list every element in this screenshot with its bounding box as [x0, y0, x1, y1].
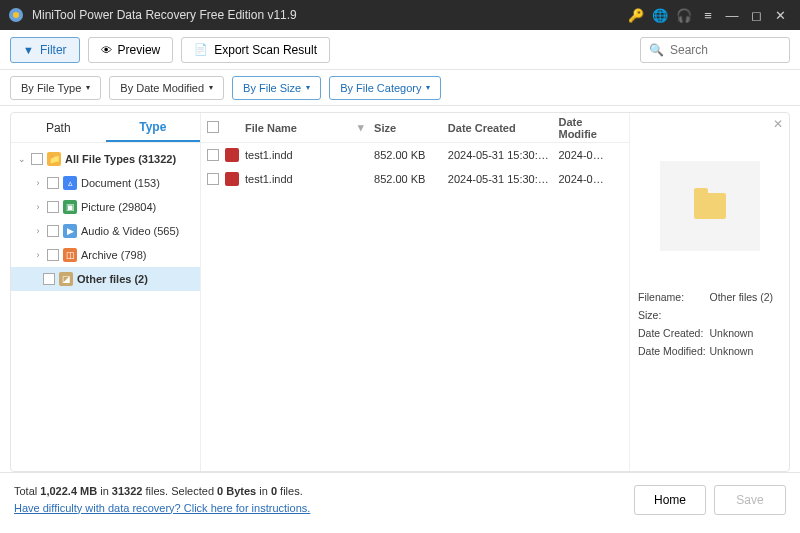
- folder-icon: [694, 193, 726, 219]
- title-bar: MiniTool Power Data Recovery Free Editio…: [0, 0, 800, 30]
- preview-panel: ✕ Filename: Other files (2) Size: Date C…: [629, 113, 789, 471]
- export-icon: 📄: [194, 43, 208, 56]
- media-icon: ▶: [63, 224, 77, 238]
- app-logo-icon: [8, 7, 24, 23]
- expand-icon[interactable]: ›: [33, 226, 43, 236]
- help-link[interactable]: Have difficulty with data recovery? Clic…: [14, 502, 310, 514]
- filter-by-size[interactable]: By File Size▾: [232, 76, 321, 100]
- search-input[interactable]: [670, 43, 781, 57]
- sort-icon: ▾: [358, 121, 374, 134]
- preview-button[interactable]: 👁Preview: [88, 37, 174, 63]
- filter-by-type[interactable]: By File Type▾: [10, 76, 101, 100]
- search-icon: 🔍: [649, 43, 664, 57]
- checkbox[interactable]: [47, 249, 59, 261]
- status-bar: Total 1,022.4 MB in 31322 files. Selecte…: [0, 472, 800, 526]
- home-button[interactable]: Home: [634, 485, 706, 515]
- collapse-icon[interactable]: ⌄: [17, 154, 27, 164]
- chevron-down-icon: ▾: [86, 83, 90, 92]
- file-row[interactable]: test1.indd 852.00 KB 2024-05-31 15:30:… …: [201, 167, 629, 191]
- tree-root-label: All File Types (31322): [65, 153, 176, 165]
- filter-by-category[interactable]: By File Category▾: [329, 76, 441, 100]
- filter-by-date[interactable]: By Date Modified▾: [109, 76, 224, 100]
- col-size[interactable]: Size: [374, 122, 448, 134]
- tree-item-other[interactable]: ◪ Other files (2): [11, 267, 200, 291]
- checkbox[interactable]: [207, 173, 219, 185]
- close-preview-icon[interactable]: ✕: [773, 117, 783, 131]
- meta-filename-val: Other files (2): [710, 291, 782, 303]
- tree-item-audiovideo[interactable]: › ▶ Audio & Video (565): [11, 219, 200, 243]
- app-title: MiniTool Power Data Recovery Free Editio…: [32, 8, 297, 22]
- archive-icon: ◫: [63, 248, 77, 262]
- checkbox[interactable]: [31, 153, 43, 165]
- tab-type[interactable]: Type: [106, 113, 201, 142]
- checkbox[interactable]: [47, 177, 59, 189]
- search-box[interactable]: 🔍: [640, 37, 790, 63]
- tree-item-document[interactable]: › ▵ Document (153): [11, 171, 200, 195]
- col-modified[interactable]: Date Modifie: [558, 116, 623, 140]
- meta-modified-key: Date Modified:: [638, 345, 710, 357]
- toolbar: ▼Filter 👁Preview 📄Export Scan Result 🔍: [0, 30, 800, 70]
- checkbox[interactable]: [43, 273, 55, 285]
- col-name[interactable]: File Name▾: [245, 121, 374, 134]
- meta-size-key: Size:: [638, 309, 710, 321]
- key-icon[interactable]: 🔑: [624, 8, 648, 23]
- checkbox[interactable]: [47, 201, 59, 213]
- picture-icon: ▣: [63, 200, 77, 214]
- checkbox[interactable]: [47, 225, 59, 237]
- select-all-checkbox[interactable]: [207, 121, 219, 133]
- save-button[interactable]: Save: [714, 485, 786, 515]
- totals-text: Total 1,022.4 MB in 31322 files. Selecte…: [14, 483, 310, 500]
- file-list: File Name▾ Size Date Created Date Modifi…: [201, 113, 629, 471]
- col-created[interactable]: Date Created: [448, 122, 559, 134]
- file-icon: [225, 148, 239, 162]
- file-list-header: File Name▾ Size Date Created Date Modifi…: [201, 113, 629, 143]
- folder-icon: 📁: [47, 152, 61, 166]
- meta-created-val: Unknown: [710, 327, 782, 339]
- meta-filename-key: Filename:: [638, 291, 710, 303]
- close-icon[interactable]: ✕: [768, 8, 792, 23]
- tab-path[interactable]: Path: [11, 113, 106, 142]
- chevron-down-icon: ▾: [306, 83, 310, 92]
- filter-button[interactable]: ▼Filter: [10, 37, 80, 63]
- expand-icon[interactable]: ›: [33, 178, 43, 188]
- eye-icon: 👁: [101, 44, 112, 56]
- checkbox[interactable]: [207, 149, 219, 161]
- globe-icon[interactable]: 🌐: [648, 8, 672, 23]
- meta-created-key: Date Created:: [638, 327, 710, 339]
- menu-icon[interactable]: ≡: [696, 8, 720, 23]
- preview-thumbnail: [660, 161, 760, 251]
- chevron-down-icon: ▾: [209, 83, 213, 92]
- filter-row: By File Type▾ By Date Modified▾ By File …: [0, 70, 800, 106]
- file-row[interactable]: test1.indd 852.00 KB 2024-05-31 15:30:… …: [201, 143, 629, 167]
- minimize-icon[interactable]: —: [720, 8, 744, 23]
- tree-root[interactable]: ⌄ 📁 All File Types (31322): [11, 147, 200, 171]
- headset-icon[interactable]: 🎧: [672, 8, 696, 23]
- meta-size-val: [710, 309, 782, 321]
- export-label: Export Scan Result: [214, 43, 317, 57]
- export-button[interactable]: 📄Export Scan Result: [181, 37, 330, 63]
- expand-icon[interactable]: ›: [33, 202, 43, 212]
- tree-panel: Path Type ⌄ 📁 All File Types (31322) › ▵…: [11, 113, 201, 471]
- preview-label: Preview: [118, 43, 161, 57]
- expand-icon[interactable]: ›: [33, 250, 43, 260]
- meta-modified-val: Unknown: [710, 345, 782, 357]
- file-icon: [225, 172, 239, 186]
- maximize-icon[interactable]: ◻: [744, 8, 768, 23]
- other-icon: ◪: [59, 272, 73, 286]
- tree-item-archive[interactable]: › ◫ Archive (798): [11, 243, 200, 267]
- svg-point-1: [13, 12, 19, 18]
- chevron-down-icon: ▾: [426, 83, 430, 92]
- document-icon: ▵: [63, 176, 77, 190]
- filter-label: Filter: [40, 43, 67, 57]
- funnel-icon: ▼: [23, 44, 34, 56]
- tree-item-picture[interactable]: › ▣ Picture (29804): [11, 195, 200, 219]
